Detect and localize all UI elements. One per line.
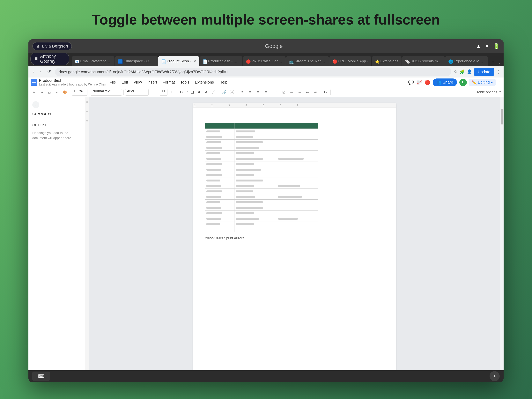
browser-window: 🖥 Livia Bergson Google ▲ ▼ 🔋 🖥 Anthony G… <box>28 39 504 382</box>
header-cell-1 <box>205 123 234 129</box>
tab-product-sesh-2[interactable]: 📄 Product Sesh - Goo... <box>200 56 242 66</box>
bullet-list-button[interactable]: ≔ <box>288 89 295 96</box>
table-cell <box>234 227 277 232</box>
zoom-select[interactable]: 100% <box>72 89 88 96</box>
table-cell <box>277 178 318 183</box>
sidebar-back-button[interactable]: ← <box>32 101 39 108</box>
menu-format[interactable]: Format <box>161 79 177 85</box>
align-right-button[interactable]: ≡ <box>254 89 261 96</box>
print-button[interactable]: 🖨 <box>46 89 53 96</box>
table-options-label[interactable]: Table options <box>476 90 497 94</box>
table-cell <box>205 205 234 210</box>
decrease-indent-button[interactable]: ⇤ <box>304 89 311 96</box>
toolbar-sep-5 <box>177 89 177 95</box>
checklist-button[interactable]: ☑ <box>280 89 287 96</box>
refresh-button[interactable]: ↺ <box>45 68 53 75</box>
bottom-left-icon[interactable]: ⌨ <box>32 372 50 381</box>
menu-file[interactable]: File <box>108 79 118 85</box>
table-cell <box>277 134 318 140</box>
tab-ucsb[interactable]: 🗞️ UCSB reveals mock... <box>402 56 445 66</box>
editing-badge[interactable]: ✏️ Editing ▾ <box>469 79 496 86</box>
url-bar[interactable]: docs.google.com/document/d/1oojqJrCb2MAH… <box>55 68 451 76</box>
numbered-list-button[interactable]: ≔ <box>296 89 303 96</box>
editing-label: Editing <box>478 80 490 84</box>
comments-icon[interactable]: 💬 <box>408 80 414 85</box>
share-label: Share <box>443 80 453 84</box>
sprint-table-container: 2022-10-03 Sprint Aurora <box>205 123 384 240</box>
clear-format-button[interactable]: Tx <box>322 89 329 96</box>
style-select[interactable]: Normal text <box>91 89 122 96</box>
tab-kumospace[interactable]: 🟦 Kumospace - Calen... <box>115 56 158 66</box>
toolbar-collapse-icon[interactable]: ⌃ <box>499 90 502 95</box>
text-color-button[interactable]: A <box>203 89 210 96</box>
menu-extensions[interactable]: Extensions <box>193 79 216 85</box>
share-button[interactable]: 👥 Share <box>433 78 457 86</box>
tab-close-icon[interactable]: ✕ <box>194 59 196 63</box>
tab-menu-icon[interactable]: ⋮ <box>497 61 502 66</box>
paint-format-button[interactable]: 🎨 <box>62 89 69 96</box>
add-circle-icon[interactable]: + <box>489 371 500 381</box>
scrollbar-thumb[interactable] <box>501 109 503 125</box>
menu-help[interactable]: Help <box>217 79 229 85</box>
redo-button[interactable]: ↪ <box>38 89 45 96</box>
update-button[interactable]: Update <box>474 68 494 76</box>
tab-product-sesh-active[interactable]: 📄 Product Sesh - ✕ <box>158 56 199 66</box>
profile-icon[interactable]: 👤 <box>467 69 472 74</box>
bookmark-icon[interactable]: ☆ <box>454 69 458 74</box>
tab-label-stream: Stream The Nationa... <box>295 59 326 63</box>
menu-view[interactable]: View <box>132 79 144 85</box>
tab-prd-mobile[interactable]: 🔴 PRD: Mobile App - <box>329 56 371 66</box>
table-cell <box>234 134 277 140</box>
tab-favicon-ps2: 📄 <box>203 59 207 63</box>
table-cell <box>234 200 277 205</box>
spellcheck-button[interactable]: ✓ <box>54 89 61 96</box>
underline-button[interactable]: U <box>190 89 196 95</box>
tab-extensions[interactable]: ⭐ Extensions <box>372 56 402 66</box>
undo-button[interactable]: ↩ <box>30 89 37 96</box>
docs-main: ← SUMMARY + OUTLINE Headings you add to … <box>28 97 504 370</box>
align-justify-button[interactable]: ≡ <box>262 89 269 96</box>
image-button[interactable]: 🖼 <box>229 89 236 96</box>
line-spacing-button[interactable]: ↕ <box>273 89 280 96</box>
chart-icon[interactable]: 📈 <box>416 80 422 85</box>
share-icon: 👥 <box>437 80 442 85</box>
tab-email[interactable]: 📧 Email Preference C... <box>72 56 114 66</box>
tab-label-kumospace: Kumospace - Calen... <box>123 59 155 63</box>
extension-icon[interactable]: 🧩 <box>460 69 465 74</box>
increase-indent-button[interactable]: ⇥ <box>311 89 319 96</box>
table-cell <box>234 194 277 200</box>
back-button[interactable]: ‹ <box>32 68 36 75</box>
highlight-button[interactable]: 🖊 <box>210 89 217 96</box>
align-left-button[interactable]: ≡ <box>239 89 246 96</box>
tab-stream[interactable]: 📺 Stream The Nationa... <box>286 56 329 66</box>
tab-mung[interactable]: 🌐 Experience a Mung... <box>445 56 488 66</box>
tab-bar: 🖥 Anthony Godfrey 📧 Email Preference C..… <box>28 53 504 66</box>
menu-insert[interactable]: Insert <box>146 79 159 85</box>
table-cell <box>234 167 277 172</box>
font-minus-button[interactable]: − <box>152 89 159 96</box>
menu-edit[interactable]: Edit <box>119 79 130 85</box>
font-size-input[interactable]: 11 <box>160 89 167 96</box>
tab-label-mung: Experience a Mung... <box>454 59 485 63</box>
video-icon[interactable]: 🔴 <box>424 80 430 85</box>
scrollbar-area[interactable] <box>500 97 504 370</box>
menu-icon[interactable]: ⋮ <box>496 69 500 74</box>
forward-button[interactable]: › <box>38 68 43 75</box>
link-button[interactable]: 🔗 <box>221 89 228 96</box>
italic-button[interactable]: I <box>185 89 189 95</box>
font-select[interactable]: Arial <box>125 89 149 96</box>
screen-share-badge-anthony[interactable]: 🖥 Anthony Godfrey <box>30 53 69 65</box>
tab-prd-raise[interactable]: 🔴 PRD: Raise Hand - <box>243 56 286 66</box>
strikethrough-button[interactable]: A <box>196 89 202 95</box>
title-bar: 🖥 Livia Bergson Google ▲ ▼ 🔋 <box>28 39 504 53</box>
table-cell <box>277 222 318 227</box>
collapse-icon[interactable]: ⌃ <box>498 80 501 85</box>
bold-button[interactable]: B <box>178 89 184 95</box>
sidebar-add-button[interactable]: + <box>75 111 81 117</box>
font-plus-button[interactable]: + <box>168 89 175 96</box>
menu-tools[interactable]: Tools <box>178 79 191 85</box>
align-center-button[interactable]: ≡ <box>247 89 254 96</box>
bottom-right-icons: + <box>489 371 500 381</box>
screen-share-badge-livia[interactable]: 🖥 Livia Bergson <box>32 42 72 50</box>
new-tab-button[interactable]: + <box>489 58 497 66</box>
